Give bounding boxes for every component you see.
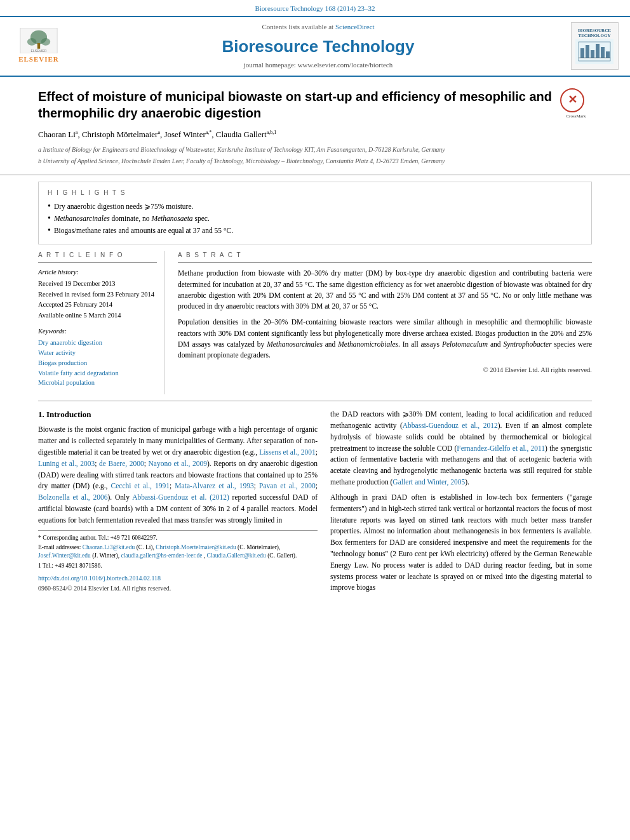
article-info-label: A R T I C L E I N F O	[38, 251, 157, 263]
email-addresses: E-mail addresses: Chaoran.Li3@kit.edu (C…	[38, 543, 318, 561]
affiliation-b: b University of Applied Science, Hochsch…	[38, 157, 553, 166]
ref-abbassi[interactable]: Abbassi-Guendouz et al. (2012)	[132, 493, 229, 501]
article-history: Article history: Received 19 December 20…	[38, 268, 157, 320]
header-center: Contents lists available at ScienceDirec…	[75, 22, 561, 70]
journal-title: Bioresource Technology	[75, 35, 561, 58]
article-info-abstract-section: A R T I C L E I N F O Article history: R…	[38, 251, 592, 401]
body-section: 1. Introduction Biowaste is the moist or…	[38, 409, 592, 597]
body-left-col: 1. Introduction Biowaste is the moist or…	[38, 409, 318, 597]
intro-right-para-1: the DAD reactors with ⩾30% DM content, l…	[330, 409, 592, 488]
ref-nayono[interactable]: Nayono et al., 2009	[149, 460, 207, 467]
keywords-label: Keywords:	[38, 327, 157, 337]
highlights-label: H I G H L I G H T S	[48, 189, 582, 197]
keyword-3[interactable]: Biogas production	[38, 359, 87, 366]
keywords-list: Dry anaerobic digestion Water activity B…	[38, 338, 157, 388]
revised-date: Received in revised form 23 February 201…	[38, 290, 157, 300]
history-label: Article history:	[38, 268, 157, 277]
ref-abbassi2[interactable]: Abbassi-Guendouz et al., 2012	[403, 422, 498, 429]
journal-homepage: journal homepage: www.elsevier.com/locat…	[75, 60, 561, 70]
crossmark-icon: ✕	[560, 88, 584, 112]
svg-point-3	[41, 38, 51, 46]
keywords-group: Keywords: Dry anaerobic digestion Water …	[38, 327, 157, 388]
sciencedirect-link[interactable]: ScienceDirect	[335, 23, 375, 30]
ref-debaere[interactable]: de Baere, 2000	[99, 460, 144, 467]
abstract-para-1: Methane production from biowaste with 20…	[178, 268, 592, 312]
email-christoph[interactable]: Christoph.Moertelmaier@kit.edu	[156, 544, 236, 550]
footnote-1: 1 Tel.: +49 4921 8071586.	[38, 562, 318, 570]
crossmark-container: ✕ CrossMark	[560, 88, 592, 120]
elsevier-logo: ELSEVIER ELSEVIER	[10, 28, 67, 64]
highlight-item-3: • Biogas/methane rates and amounts are e…	[48, 225, 582, 236]
svg-rect-9	[580, 48, 584, 58]
copyright-line: © 2014 Elsevier Ltd. All rights reserved…	[178, 366, 592, 375]
ref-bolzonella[interactable]: Bolzonella et al., 2006	[38, 493, 108, 501]
doi-line: http://dx.doi.org/10.1016/j.biortech.201…	[38, 574, 318, 583]
highlights-section: H I G H L I G H T S • Dry anaerobic dige…	[38, 182, 592, 244]
accepted-date: Accepted 25 February 2014	[38, 300, 157, 310]
ref-luning[interactable]: Luning et al., 2003	[38, 460, 95, 467]
affiliation-a: a Institute of Biology for Engineers and…	[38, 145, 553, 154]
received-date: Received 19 December 2013	[38, 279, 157, 289]
ref-gallert[interactable]: Gallert and Winter, 2005	[392, 478, 465, 486]
article-info-col: A R T I C L E I N F O Article history: R…	[38, 251, 165, 394]
keyword-5[interactable]: Microbial population	[38, 379, 95, 386]
elsevier-tree-icon: ELSEVIER	[17, 28, 61, 53]
article-area: Effect of moisture of municipal biowaste…	[0, 77, 630, 176]
body-right-col: the DAD reactors with ⩾30% DM content, l…	[330, 409, 592, 597]
ref-mata[interactable]: Mata-Alvarez et al., 1993	[175, 482, 253, 490]
intro-section-title: 1. Introduction	[38, 409, 318, 420]
highlight-item-1: • Dry anaerobic digestion needs ⩾75% moi…	[48, 201, 582, 211]
email-claudia2[interactable]: Claudia.Gallert@kit.edu	[207, 552, 266, 559]
svg-point-2	[27, 38, 37, 46]
issn-line: 0960-8524/© 2014 Elsevier Ltd. All right…	[38, 584, 318, 593]
page-container: Bioresource Technology 168 (2014) 23–32 …	[0, 0, 630, 597]
svg-rect-12	[596, 44, 600, 58]
bioresource-logo-box: BIORESOURCETECHNOLOGY	[569, 22, 620, 70]
crossmark-label: CrossMark	[560, 114, 592, 120]
article-title: Effect of moisture of municipal biowaste…	[38, 88, 553, 121]
intro-right-para-2: Although in praxi DAD often is establish…	[330, 492, 592, 594]
intro-left-para: Biowaste is the moist organic fraction o…	[38, 424, 318, 526]
svg-rect-10	[586, 45, 589, 58]
ref-cecchi[interactable]: Cecchi et al., 1991	[111, 482, 170, 490]
elsevier-brand-text: ELSEVIER	[18, 55, 59, 64]
ref-lissens[interactable]: Lissens et al., 2001	[259, 448, 316, 456]
journal-ref-text: Bioresource Technology 168 (2014) 23–32	[255, 4, 375, 12]
ref-fernandez[interactable]: Fernandez-Gilelfo et al., 2011	[457, 444, 545, 452]
svg-rect-4	[37, 43, 40, 49]
svg-rect-14	[606, 51, 610, 58]
abstract-para-2: Population densities in the 20–30% DM-co…	[178, 317, 592, 361]
abstract-label: A B S T R A C T	[178, 251, 592, 263]
contents-line: Contents lists available at ScienceDirec…	[75, 22, 561, 32]
available-date: Available online 5 March 2014	[38, 311, 157, 321]
corresponding-author: * Corresponding author. Tel.: +49 721 60…	[38, 534, 318, 542]
ref-pavan[interactable]: Pavan et al., 2000	[259, 482, 316, 490]
keyword-2[interactable]: Water activity	[38, 349, 76, 356]
keyword-4[interactable]: Volatile fatty acid degradation	[38, 370, 119, 377]
doi-link[interactable]: http://dx.doi.org/10.1016/j.biortech.201…	[38, 575, 161, 582]
svg-rect-13	[601, 47, 605, 58]
svg-rect-11	[591, 50, 594, 58]
journal-ref-bar: Bioresource Technology 168 (2014) 23–32	[0, 0, 630, 16]
bio-logo-graphic	[575, 39, 613, 64]
bioresource-logo: BIORESOURCETECHNOLOGY	[571, 22, 619, 70]
email-chaoran[interactable]: Chaoran.Li3@kit.edu	[83, 544, 135, 550]
svg-text:ELSEVIER: ELSEVIER	[31, 49, 47, 53]
email-josef[interactable]: Josef.Winter@kit.edu	[38, 552, 91, 559]
header-section: ELSEVIER ELSEVIER Contents lists availab…	[0, 16, 630, 76]
abstract-col: A B S T R A C T Methane production from …	[178, 251, 592, 394]
footnote-section: * Corresponding author. Tel.: +49 721 60…	[38, 530, 318, 593]
email-claudia1[interactable]: claudia.gallert@hs-emden-leer.de	[121, 552, 203, 559]
highlight-item-2: • Methanosarcinales dominate, no Methano…	[48, 213, 582, 223]
authors-line: Chaoran Lia, Christoph Mörtelmaiera, Jos…	[38, 129, 553, 141]
keyword-1[interactable]: Dry anaerobic digestion	[38, 339, 102, 346]
